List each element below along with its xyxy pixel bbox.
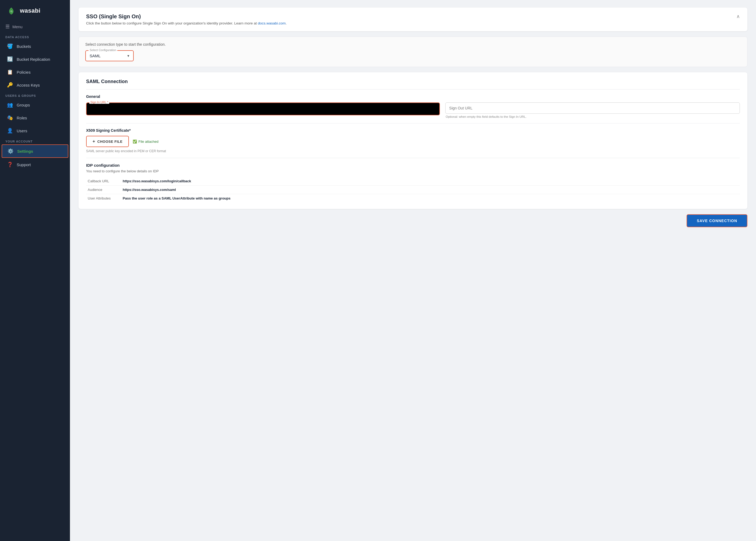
- logo-text: wasabi: [20, 7, 40, 14]
- sidebar-label-bucket-replication: Bucket Replication: [17, 57, 50, 62]
- sidebar-label-buckets: Buckets: [17, 44, 31, 49]
- your-account-label: Your Account: [0, 137, 70, 144]
- plus-icon: +: [93, 139, 95, 144]
- choose-file-label: CHOOSE FILE: [97, 140, 123, 144]
- sidebar-label-policies: Policies: [17, 70, 31, 75]
- sidebar-label-access-keys: Access Keys: [17, 83, 40, 87]
- check-circle-icon: ✅: [133, 140, 137, 144]
- sidebar-item-roles[interactable]: 🎭 Roles: [2, 112, 68, 124]
- main-content: SSO (Single Sign On) Click the button be…: [70, 0, 756, 541]
- idp-row-audience: Audience https://sso.wasabisys.com/saml: [86, 186, 740, 194]
- policies-icon: 📋: [7, 69, 13, 75]
- sidebar-item-access-keys[interactable]: 🔑 Access Keys: [2, 79, 68, 91]
- file-attached-indicator: ✅ File attached: [133, 140, 158, 144]
- logo: wasabi: [0, 0, 70, 22]
- save-connection-button[interactable]: SAVE CONNECTION: [687, 214, 747, 227]
- idp-key-audience: Audience: [86, 186, 121, 194]
- idp-value-user-attrs: Pass the user role as a SAML UserAttribu…: [121, 194, 740, 203]
- cert-hint: SAML server public key encoded in PEM or…: [86, 149, 740, 153]
- config-panel-label: Select connection type to start the conf…: [85, 42, 741, 47]
- idp-key-callback: Callback URL: [86, 177, 121, 186]
- data-access-label: Data Access: [0, 33, 70, 40]
- docs-link[interactable]: docs.wasabi.com: [258, 21, 286, 25]
- config-panel: Select connection type to start the conf…: [79, 37, 747, 67]
- save-btn-row: SAVE CONNECTION: [79, 214, 747, 227]
- sso-header-card: SSO (Single Sign On) Click the button be…: [79, 8, 747, 31]
- sidebar-item-bucket-replication[interactable]: 🔄 Bucket Replication: [2, 53, 68, 65]
- sidebar-label-support: Support: [17, 163, 31, 167]
- sso-description: Click the button below to configure Sing…: [86, 21, 287, 25]
- sidebar-item-policies[interactable]: 📋 Policies: [2, 66, 68, 78]
- idp-value-callback: https://sso.wasabisys.com/login/callback: [121, 177, 740, 186]
- sign-out-url-box: [445, 103, 740, 114]
- sidebar-label-roles: Roles: [17, 116, 27, 120]
- sidebar-label-groups: Groups: [17, 103, 30, 107]
- settings-icon: ⚙️: [8, 148, 13, 154]
- idp-row-user-attrs: User Attributes Pass the user role as a …: [86, 194, 740, 203]
- support-icon: ❓: [7, 162, 13, 168]
- general-label: General: [86, 94, 740, 99]
- replication-icon: 🔄: [7, 56, 13, 62]
- configuration-select[interactable]: SAML OIDC: [86, 51, 133, 61]
- roles-icon: 🎭: [7, 115, 13, 121]
- sidebar: wasabi ☰ Menu Data Access 🪣 Buckets 🔄 Bu…: [0, 0, 70, 541]
- access-keys-icon: 🔑: [7, 82, 13, 88]
- sign-in-url-label: Sign In URL *: [89, 101, 109, 104]
- svg-point-1: [10, 10, 12, 12]
- url-fields-row: Sign In URL * Optional: when empty this …: [86, 103, 740, 118]
- idp-table: Callback URL https://sso.wasabisys.com/l…: [86, 177, 740, 203]
- sign-in-url-input[interactable]: [87, 103, 439, 115]
- hamburger-icon: ☰: [5, 24, 10, 30]
- select-float-label: Select Configuration: [89, 48, 117, 52]
- sidebar-item-buckets[interactable]: 🪣 Buckets: [2, 40, 68, 52]
- sso-header-text: SSO (Single Sign On) Click the button be…: [86, 13, 287, 25]
- idp-title: IDP configuration: [86, 163, 740, 168]
- choose-file-row: + CHOOSE FILE ✅ File attached: [86, 136, 740, 147]
- sign-out-url-group: Optional: when empty this field defaults…: [445, 103, 740, 118]
- sidebar-label-settings: Settings: [17, 149, 33, 154]
- idp-value-audience: https://sso.wasabisys.com/saml: [121, 186, 740, 194]
- cert-section-label: X509 Signing Certificate*: [86, 128, 740, 133]
- sidebar-label-users: Users: [17, 129, 27, 133]
- sidebar-item-groups[interactable]: 👥 Groups: [2, 99, 68, 111]
- sso-title: SSO (Single Sign On): [86, 13, 287, 20]
- groups-icon: 👥: [7, 102, 13, 108]
- sign-out-url-input[interactable]: [446, 103, 740, 114]
- users-icon: 👤: [7, 128, 13, 134]
- sign-in-url-group: Sign In URL *: [86, 103, 440, 118]
- sidebar-item-users[interactable]: 👤 Users: [2, 125, 68, 137]
- menu-label: Menu: [12, 24, 23, 29]
- idp-row-callback: Callback URL https://sso.wasabisys.com/l…: [86, 177, 740, 186]
- idp-desc: You need to configure the below details …: [86, 169, 740, 173]
- saml-connection-card: SAML Connection General Sign In URL * Op…: [79, 72, 747, 209]
- sidebar-item-support[interactable]: ❓ Support: [2, 158, 68, 171]
- sign-out-hint: Optional: when empty this field defaults…: [446, 115, 740, 118]
- collapse-icon[interactable]: ∧: [736, 13, 740, 19]
- bucket-icon: 🪣: [7, 43, 13, 49]
- choose-file-button[interactable]: + CHOOSE FILE: [86, 136, 129, 147]
- sign-in-url-box: Sign In URL *: [86, 103, 440, 115]
- users-groups-label: Users & Groups: [0, 91, 70, 98]
- select-wrapper: Select Configuration SAML OIDC ▼: [85, 50, 134, 61]
- idp-key-user-attrs: User Attributes: [86, 194, 121, 203]
- file-attached-label: File attached: [138, 140, 158, 144]
- saml-connection-title: SAML Connection: [86, 79, 740, 84]
- menu-row[interactable]: ☰ Menu: [0, 22, 70, 33]
- wasabi-logo-icon: [5, 5, 17, 17]
- sidebar-item-settings[interactable]: ⚙️ Settings: [2, 144, 68, 158]
